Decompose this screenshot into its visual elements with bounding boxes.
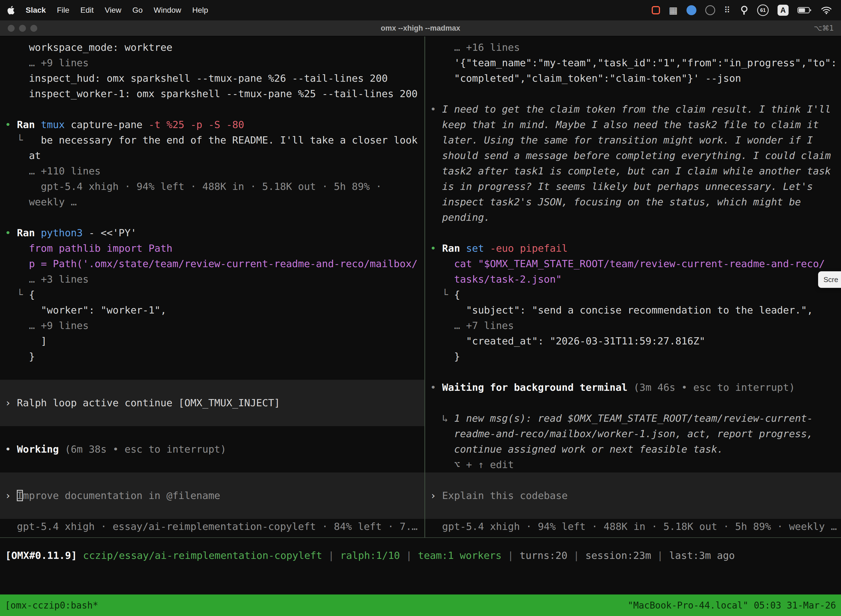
terminal-line — [0, 503, 424, 519]
terminal-line: continue assigned work or next feasible … — [425, 441, 841, 457]
terminal-line: later. Using the same for transition mig… — [425, 132, 841, 148]
terminal-line — [0, 364, 424, 380]
terminal-line — [0, 472, 424, 488]
terminal-line: inspect_hud: omx sparkshell --tmux-pane … — [0, 70, 424, 86]
terminal-line: ⌥ + ↑ edit — [425, 457, 841, 472]
terminal-pane-right[interactable]: … +16 lines '{"team_name":"my-team","tas… — [425, 37, 841, 537]
terminal-line: tasks/task-2.json" — [425, 271, 841, 287]
terminal-line: keep that in mind. Maybe I also need the… — [425, 117, 841, 132]
menu-item-edit[interactable]: Edit — [80, 6, 94, 15]
terminal-line: from pathlib import Path — [0, 241, 424, 256]
menu-item-view[interactable]: View — [105, 6, 122, 15]
key-icon[interactable] — [739, 5, 748, 15]
terminal-line: "subject": "send a concise recommendatio… — [425, 302, 841, 318]
terminal-line: └ be necessary for the end of the README… — [0, 132, 424, 148]
app-icon-dark[interactable] — [705, 5, 715, 15]
composer-input[interactable]: › Ralph loop active continue [OMX_TMUX_I… — [0, 395, 424, 411]
terminal-line: at — [0, 148, 424, 163]
terminal-line: … +3 lines — [0, 271, 424, 287]
terminal-line: task2 after task1 is complete, but can I… — [425, 163, 841, 179]
wifi-icon[interactable] — [821, 6, 832, 14]
tmux-panes: workspace_mode: worktree … +9 lines insp… — [0, 37, 841, 538]
window-title-bar: omx --xhigh --madmax ⌥⌘1 — [0, 21, 841, 37]
terminal-line — [0, 411, 424, 426]
terminal-line: inspect_worker-1: omx sparkshell --tmux-… — [0, 86, 424, 101]
terminal-line: '{"team_name":"my-team","task_id":"1","f… — [425, 55, 841, 70]
terminal-line — [0, 101, 424, 117]
screen-recording-icon[interactable] — [652, 6, 660, 14]
terminal-line: ] — [0, 333, 424, 349]
terminal-line: • Ran python3 - <<'PY' — [0, 225, 424, 241]
terminal-line — [425, 395, 841, 411]
tmux-host-clock-label: "MacBook-Pro-44.local" 05:03 31-Mar-26 — [628, 600, 836, 611]
menu-item-go[interactable]: Go — [132, 6, 143, 15]
terminal-line — [425, 503, 841, 519]
terminal-line — [425, 225, 841, 241]
terminal-line: } — [0, 349, 424, 364]
terminal-line: readme-and-reco/mailbox/worker-1.json, a… — [425, 426, 841, 441]
terminal-line: "completed","claim_token":"claim-token"}… — [425, 70, 841, 86]
grid-icon[interactable]: ▦ — [669, 6, 678, 15]
battery-percent-badge[interactable]: 61 — [757, 4, 769, 16]
terminal-line: cat "$OMX_TEAM_STATE_ROOT/team/review-cu… — [425, 256, 841, 271]
tmux-status-bar: [omx-cczip0:bash* "MacBook-Pro-44.local"… — [0, 594, 841, 616]
window-shortcut-badge: ⌥⌘1 — [814, 21, 834, 36]
terminal-line: weekly … — [0, 194, 424, 210]
terminal-pane-left[interactable]: workspace_mode: worktree … +9 lines insp… — [0, 37, 424, 537]
terminal-line: workspace_mode: worktree — [0, 40, 424, 55]
terminal-line — [0, 380, 424, 395]
menu-items: FileEditViewGoWindowHelp — [57, 6, 208, 15]
terminal-line: ↳ 1 new msg(s): read $OMX_TEAM_STATE_ROO… — [425, 411, 841, 426]
terminal-line — [0, 210, 424, 225]
terminal-line — [0, 426, 424, 441]
input-source-icon[interactable]: A — [778, 5, 788, 16]
omx-status-line: [OMX#0.11.9] cczip/essay/ai-reimplementa… — [0, 548, 841, 563]
terminal-line: • Ran set -euo pipefail — [425, 241, 841, 256]
terminal-line: should send a message before completing … — [425, 148, 841, 163]
terminal-line: └ { — [425, 287, 841, 302]
menu-item-window[interactable]: Window — [154, 6, 181, 15]
menu-item-help[interactable]: Help — [192, 6, 208, 15]
terminal-line: p = Path('.omx/state/team/review-current… — [0, 256, 424, 271]
terminal-line: pending. — [425, 210, 841, 225]
menu-app-name[interactable]: Slack — [26, 6, 46, 15]
terminal-line: is in progress? It seems likely but perh… — [425, 179, 841, 194]
window-title: omx --xhigh --madmax — [0, 21, 841, 36]
terminal-window: workspace_mode: worktree … +9 lines insp… — [0, 37, 841, 616]
terminal-line: … +110 lines — [0, 163, 424, 179]
terminal-line: … +9 lines — [0, 318, 424, 333]
app-icon-blue[interactable] — [687, 5, 696, 15]
composer-placeholder[interactable]: › Explain this codebase — [425, 488, 841, 503]
menu-bar: Slack FileEditViewGoWindowHelp ▦ ⠿ 61 A — [0, 0, 841, 21]
terminal-line: • Waiting for background terminal (3m 46… — [425, 380, 841, 395]
terminal-line — [425, 472, 841, 488]
terminal-line: "created_at": "2026-03-31T11:59:27.816Z" — [425, 333, 841, 349]
menu-item-file[interactable]: File — [57, 6, 69, 15]
terminal-line: gpt-5.4 xhigh · 94% left · 488K in · 5.1… — [0, 179, 424, 194]
composer-placeholder[interactable]: › Improve documentation in @filename — [0, 488, 424, 503]
terminal-line: … +16 lines — [425, 40, 841, 55]
battery-icon[interactable] — [797, 6, 812, 14]
terminal-line — [0, 457, 424, 472]
terminal-line: … +7 lines — [425, 318, 841, 333]
screenshot-toast[interactable]: Scre — [818, 271, 841, 288]
terminal-line: gpt-5.4 xhigh · 94% left · 488K in · 5.1… — [425, 519, 841, 534]
terminal-line: } — [425, 349, 841, 364]
dots-grid-icon[interactable]: ⠿ — [724, 6, 730, 15]
terminal-line: • I need to get the claim token from the… — [425, 101, 841, 117]
terminal-line: inspect task2's JSON, focusing on the st… — [425, 194, 841, 210]
terminal-line — [425, 86, 841, 101]
tmux-session-label: [omx-cczip0:bash* — [5, 600, 98, 611]
terminal-line: • Working (6m 38s • esc to interrupt) — [0, 441, 424, 457]
terminal-line: "worker": "worker-1", — [0, 302, 424, 318]
terminal-line: … +9 lines — [0, 55, 424, 70]
terminal-line: └ { — [0, 287, 424, 302]
terminal-line: • Ran tmux capture-pane -t %25 -p -S -80 — [0, 117, 424, 132]
terminal-line — [425, 364, 841, 380]
apple-icon[interactable] — [7, 6, 15, 15]
terminal-line: gpt-5.4 xhigh · essay/ai-reimplementatio… — [0, 519, 424, 534]
